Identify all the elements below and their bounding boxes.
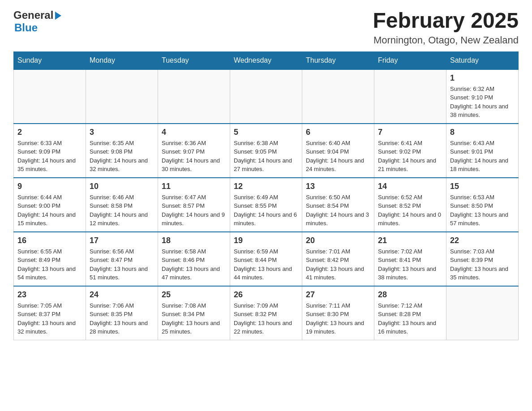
title-section: February 2025 Mornington, Otago, New Zea…	[373, 9, 519, 46]
calendar-cell: 13Sunrise: 6:50 AMSunset: 8:54 PMDayligh…	[302, 178, 374, 232]
calendar-cell: 9Sunrise: 6:44 AMSunset: 9:00 PMDaylight…	[14, 178, 86, 232]
day-info: Sunrise: 6:55 AMSunset: 8:49 PMDaylight:…	[17, 247, 82, 282]
day-info: Sunrise: 7:09 AMSunset: 8:32 PMDaylight:…	[234, 301, 298, 336]
calendar-cell: 6Sunrise: 6:40 AMSunset: 9:04 PMDaylight…	[302, 124, 374, 178]
calendar-cell: 4Sunrise: 6:36 AMSunset: 9:07 PMDaylight…	[158, 124, 230, 178]
day-number: 9	[17, 182, 82, 191]
day-info: Sunrise: 6:40 AMSunset: 9:04 PMDaylight:…	[306, 139, 370, 174]
calendar-header-sunday: Sunday	[14, 51, 86, 69]
day-info: Sunrise: 6:43 AMSunset: 9:01 PMDaylight:…	[450, 139, 515, 174]
day-number: 16	[17, 236, 82, 245]
day-info: Sunrise: 6:32 AMSunset: 9:10 PMDaylight:…	[450, 85, 515, 120]
calendar-header-row: SundayMondayTuesdayWednesdayThursdayFrid…	[14, 51, 519, 69]
calendar-cell: 12Sunrise: 6:49 AMSunset: 8:55 PMDayligh…	[230, 178, 302, 232]
calendar-cell: 28Sunrise: 7:12 AMSunset: 8:28 PMDayligh…	[374, 286, 446, 340]
calendar-header-monday: Monday	[86, 51, 158, 69]
calendar-header-tuesday: Tuesday	[158, 51, 230, 69]
day-number: 8	[450, 128, 515, 137]
calendar-cell: 24Sunrise: 7:06 AMSunset: 8:35 PMDayligh…	[86, 286, 158, 340]
day-number: 4	[162, 128, 226, 137]
day-info: Sunrise: 6:53 AMSunset: 8:50 PMDaylight:…	[450, 193, 515, 228]
day-info: Sunrise: 6:49 AMSunset: 8:55 PMDaylight:…	[234, 193, 298, 228]
week-row-2: 2Sunrise: 6:33 AMSunset: 9:09 PMDaylight…	[14, 124, 519, 178]
calendar-cell: 21Sunrise: 7:02 AMSunset: 8:41 PMDayligh…	[374, 232, 446, 286]
calendar-header-friday: Friday	[374, 51, 446, 69]
calendar-cell: 14Sunrise: 6:52 AMSunset: 8:52 PMDayligh…	[374, 178, 446, 232]
day-number: 25	[162, 290, 226, 300]
logo: General Blue	[13, 9, 61, 34]
day-number: 10	[90, 182, 154, 191]
day-info: Sunrise: 6:38 AMSunset: 9:05 PMDaylight:…	[234, 139, 298, 174]
logo-triangle-icon	[55, 12, 61, 20]
calendar-cell: 2Sunrise: 6:33 AMSunset: 9:09 PMDaylight…	[14, 124, 86, 178]
calendar-cell: 15Sunrise: 6:53 AMSunset: 8:50 PMDayligh…	[446, 178, 519, 232]
day-number: 21	[378, 236, 442, 245]
calendar-header-wednesday: Wednesday	[230, 51, 302, 69]
day-number: 14	[378, 182, 442, 191]
calendar-cell: 7Sunrise: 6:41 AMSunset: 9:02 PMDaylight…	[374, 124, 446, 178]
day-number: 15	[450, 182, 515, 191]
day-number: 23	[17, 290, 82, 300]
day-number: 11	[162, 182, 226, 191]
day-info: Sunrise: 6:46 AMSunset: 8:58 PMDaylight:…	[90, 193, 154, 228]
day-number: 28	[378, 290, 442, 300]
day-info: Sunrise: 6:35 AMSunset: 9:08 PMDaylight:…	[90, 139, 154, 174]
calendar-cell	[230, 69, 302, 124]
day-number: 5	[234, 128, 298, 137]
day-info: Sunrise: 7:05 AMSunset: 8:37 PMDaylight:…	[17, 301, 82, 336]
day-number: 7	[378, 128, 442, 137]
day-number: 13	[306, 182, 370, 191]
calendar-cell	[302, 69, 374, 124]
day-info: Sunrise: 7:08 AMSunset: 8:34 PMDaylight:…	[162, 301, 226, 336]
day-info: Sunrise: 6:56 AMSunset: 8:47 PMDaylight:…	[90, 247, 154, 282]
day-info: Sunrise: 6:59 AMSunset: 8:44 PMDaylight:…	[234, 247, 298, 282]
calendar-cell: 11Sunrise: 6:47 AMSunset: 8:57 PMDayligh…	[158, 178, 230, 232]
day-info: Sunrise: 6:58 AMSunset: 8:46 PMDaylight:…	[162, 247, 226, 282]
day-info: Sunrise: 7:02 AMSunset: 8:41 PMDaylight:…	[378, 247, 442, 282]
day-number: 20	[306, 236, 370, 245]
day-info: Sunrise: 7:06 AMSunset: 8:35 PMDaylight:…	[90, 301, 154, 336]
calendar-cell	[158, 69, 230, 124]
day-info: Sunrise: 6:50 AMSunset: 8:54 PMDaylight:…	[306, 193, 370, 228]
day-info: Sunrise: 7:12 AMSunset: 8:28 PMDaylight:…	[378, 301, 442, 336]
calendar-cell: 20Sunrise: 7:01 AMSunset: 8:42 PMDayligh…	[302, 232, 374, 286]
calendar-cell: 22Sunrise: 7:03 AMSunset: 8:39 PMDayligh…	[446, 232, 519, 286]
day-number: 27	[306, 290, 370, 300]
calendar-cell: 25Sunrise: 7:08 AMSunset: 8:34 PMDayligh…	[158, 286, 230, 340]
calendar-cell: 23Sunrise: 7:05 AMSunset: 8:37 PMDayligh…	[14, 286, 86, 340]
day-number: 22	[450, 236, 515, 245]
week-row-3: 9Sunrise: 6:44 AMSunset: 9:00 PMDaylight…	[14, 178, 519, 232]
calendar-table: SundayMondayTuesdayWednesdayThursdayFrid…	[13, 51, 519, 340]
calendar-cell	[446, 286, 519, 340]
calendar-cell: 17Sunrise: 6:56 AMSunset: 8:47 PMDayligh…	[86, 232, 158, 286]
calendar-cell: 3Sunrise: 6:35 AMSunset: 9:08 PMDaylight…	[86, 124, 158, 178]
calendar-cell: 1Sunrise: 6:32 AMSunset: 9:10 PMDaylight…	[446, 69, 519, 124]
day-info: Sunrise: 6:33 AMSunset: 9:09 PMDaylight:…	[17, 139, 82, 174]
calendar-header-saturday: Saturday	[446, 51, 519, 69]
calendar-header-thursday: Thursday	[302, 51, 374, 69]
calendar-cell: 18Sunrise: 6:58 AMSunset: 8:46 PMDayligh…	[158, 232, 230, 286]
day-info: Sunrise: 6:52 AMSunset: 8:52 PMDaylight:…	[378, 193, 442, 228]
day-info: Sunrise: 6:47 AMSunset: 8:57 PMDaylight:…	[162, 193, 226, 228]
day-number: 19	[234, 236, 298, 245]
day-number: 12	[234, 182, 298, 191]
logo-text-general: General	[13, 9, 53, 21]
calendar-cell	[86, 69, 158, 124]
week-row-1: 1Sunrise: 6:32 AMSunset: 9:10 PMDaylight…	[14, 69, 519, 124]
day-info: Sunrise: 6:36 AMSunset: 9:07 PMDaylight:…	[162, 139, 226, 174]
day-number: 26	[234, 290, 298, 300]
calendar-subtitle: Mornington, Otago, New Zealand	[373, 34, 519, 46]
calendar-cell: 27Sunrise: 7:11 AMSunset: 8:30 PMDayligh…	[302, 286, 374, 340]
day-number: 17	[90, 236, 154, 245]
calendar-cell: 5Sunrise: 6:38 AMSunset: 9:05 PMDaylight…	[230, 124, 302, 178]
day-number: 2	[17, 128, 82, 137]
calendar-cell: 19Sunrise: 6:59 AMSunset: 8:44 PMDayligh…	[230, 232, 302, 286]
day-info: Sunrise: 6:41 AMSunset: 9:02 PMDaylight:…	[378, 139, 442, 174]
calendar-cell: 8Sunrise: 6:43 AMSunset: 9:01 PMDaylight…	[446, 124, 519, 178]
day-info: Sunrise: 7:01 AMSunset: 8:42 PMDaylight:…	[306, 247, 370, 282]
calendar-cell: 10Sunrise: 6:46 AMSunset: 8:58 PMDayligh…	[86, 178, 158, 232]
day-number: 6	[306, 128, 370, 137]
calendar-cell: 16Sunrise: 6:55 AMSunset: 8:49 PMDayligh…	[14, 232, 86, 286]
day-info: Sunrise: 7:11 AMSunset: 8:30 PMDaylight:…	[306, 301, 370, 336]
calendar-cell	[14, 69, 86, 124]
